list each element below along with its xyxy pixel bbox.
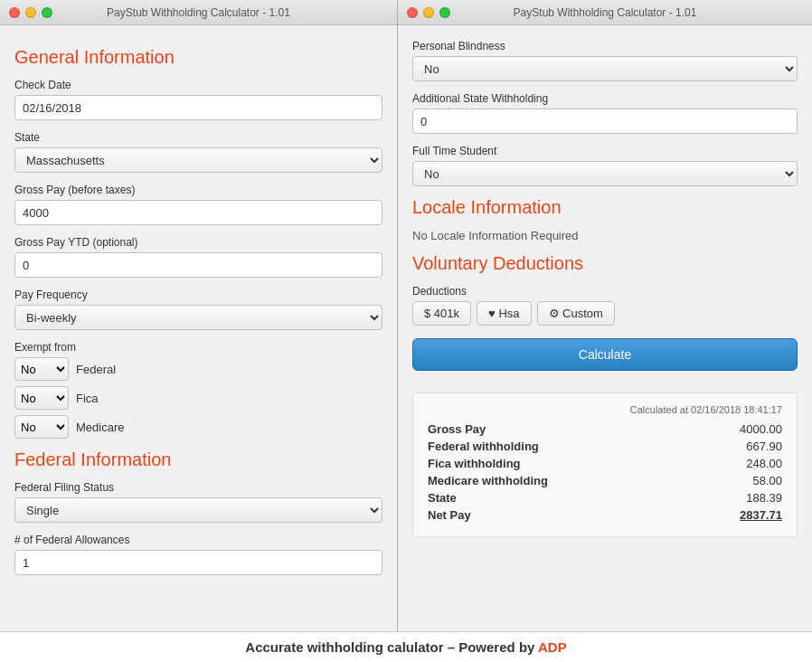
exempt-medicare-select[interactable]: No Yes [14,415,69,439]
window-title-right: PayStub Withholding Calculator - 1.01 [514,6,697,19]
pay-frequency-group: Pay Frequency Bi-weekly Weekly Semi-mont… [14,288,382,330]
results-timestamp: Calculated at 02/16/2018 18:41:17 [428,404,782,415]
full-time-student-select[interactable]: No Yes [412,161,798,186]
bottom-bar-adp: ADP [538,639,567,655]
gross-pay-ytd-input[interactable] [14,252,382,278]
federal-filing-status-select[interactable]: Single Married Married, but withhold at … [14,497,382,523]
deductions-buttons-row: $ 401k ♥ Hsa ⚙ Custom [412,301,798,326]
federal-allowances-input[interactable] [14,550,382,575]
federal-filing-status-group: Federal Filing Status Single Married Mar… [14,481,382,523]
results-state-label: State [428,491,457,505]
federal-info-title: Federal Information [14,449,382,470]
calculate-button[interactable]: Calculate [412,338,798,371]
gross-pay-label: Gross Pay (before taxes) [14,184,382,196]
check-date-group: Check Date [14,79,382,120]
results-panel: Calculated at 02/16/2018 18:41:17 Gross … [412,392,798,537]
exempt-medicare-label: Medicare [76,421,124,434]
exempt-federal-select[interactable]: No Yes [14,357,69,381]
gross-pay-ytd-label: Gross Pay YTD (optional) [14,236,382,249]
additional-state-group: Additional State Withholding [412,92,798,134]
exempt-fica-select[interactable]: No Yes [14,386,69,410]
general-info-section: General Information Check Date State Mas… [14,47,382,439]
check-date-input[interactable] [14,95,382,120]
gross-pay-group: Gross Pay (before taxes) [14,184,382,225]
results-federal-value: 667.90 [746,440,782,453]
right-panel-content: Personal Blindness No Yes Additional Sta… [398,25,812,631]
results-gross-pay-value: 4000.00 [740,422,782,436]
exempt-federal-row: No Yes Federal [14,357,382,381]
results-medicare-label: Medicare withholding [428,474,548,487]
maximize-button[interactable] [42,7,52,18]
pay-frequency-select[interactable]: Bi-weekly Weekly Semi-monthly Monthly [14,305,382,330]
minimize-button[interactable] [25,7,36,18]
state-label: State [14,131,382,144]
results-medicare-value: 58.00 [752,474,782,487]
deduction-hsa-button[interactable]: ♥ Hsa [477,301,531,326]
additional-state-input[interactable] [412,109,798,134]
federal-filing-status-label: Federal Filing Status [14,481,382,494]
results-federal-label: Federal withholding [428,440,539,453]
state-select[interactable]: Massachusetts [14,147,382,173]
results-net-pay-row: Net Pay 2837.71 [428,508,782,522]
voluntary-deductions-section: Voluntary Deductions Deductions $ 401k ♥… [412,253,798,326]
personal-blindness-group: Personal Blindness No Yes [412,40,798,81]
state-group: State Massachusetts [14,131,382,173]
pay-frequency-label: Pay Frequency [14,288,382,301]
locale-info-title: Locale Information [412,197,798,218]
window-title-left: PayStub Withholding Calculator - 1.01 [107,6,290,19]
exempt-medicare-row: No Yes Medicare [14,415,382,439]
gross-pay-input[interactable] [14,200,382,225]
exempt-federal-label: Federal [76,363,116,376]
federal-allowances-label: # of Federal Allowances [14,534,382,546]
results-gross-pay-row: Gross Pay 4000.00 [428,422,782,436]
results-federal-row: Federal withholding 667.90 [428,440,782,453]
voluntary-deductions-title: Voluntary Deductions [412,253,798,274]
exempt-fica-label: Fica [76,392,99,405]
exempt-from-label: Exempt from [14,341,382,354]
personal-blindness-label: Personal Blindness [412,40,798,52]
locale-info-section: Locale Information No Locale Information… [412,197,798,242]
full-time-student-label: Full Time Student [412,145,798,157]
maximize-button-right[interactable] [439,7,450,18]
results-fica-value: 248.00 [746,457,782,470]
results-fica-row: Fica withholding 248.00 [428,457,782,470]
close-button[interactable] [9,7,20,18]
titlebar-right: PayStub Withholding Calculator - 1.01 [398,0,812,25]
deductions-label: Deductions [412,285,798,298]
results-medicare-row: Medicare withholding 58.00 [428,474,782,487]
gross-pay-ytd-group: Gross Pay YTD (optional) [14,236,382,278]
deduction-401k-button[interactable]: $ 401k [412,301,471,326]
exempt-fica-row: No Yes Fica [14,386,382,410]
minimize-button-right[interactable] [423,7,434,18]
federal-allowances-group: # of Federal Allowances [14,534,382,575]
results-fica-label: Fica withholding [428,457,521,470]
results-gross-pay-label: Gross Pay [428,422,486,436]
general-info-title: General Information [14,47,382,68]
deduction-custom-button[interactable]: ⚙ Custom [537,301,615,326]
bottom-bar-text: Accurate withholding calulator – Powered… [245,639,538,655]
results-net-pay-value: 2837.71 [740,508,782,522]
bottom-bar: Accurate withholding calulator – Powered… [0,631,812,662]
check-date-label: Check Date [14,79,382,91]
close-button-right[interactable] [407,7,418,18]
results-net-pay-label: Net Pay [428,508,471,522]
results-state-value: 188.39 [746,491,782,505]
locale-info-text: No Locale Information Required [412,229,798,242]
full-time-student-group: Full Time Student No Yes [412,145,798,186]
exempt-from-group: Exempt from No Yes Federal No Yes F [14,341,382,439]
federal-info-section: Federal Information Federal Filing Statu… [14,449,382,575]
results-state-row: State 188.39 [428,491,782,505]
left-panel-content: General Information Check Date State Mas… [0,25,397,631]
titlebar-left: PayStub Withholding Calculator - 1.01 [0,0,397,25]
personal-blindness-select[interactable]: No Yes [412,56,798,81]
additional-state-label: Additional State Withholding [412,92,798,105]
